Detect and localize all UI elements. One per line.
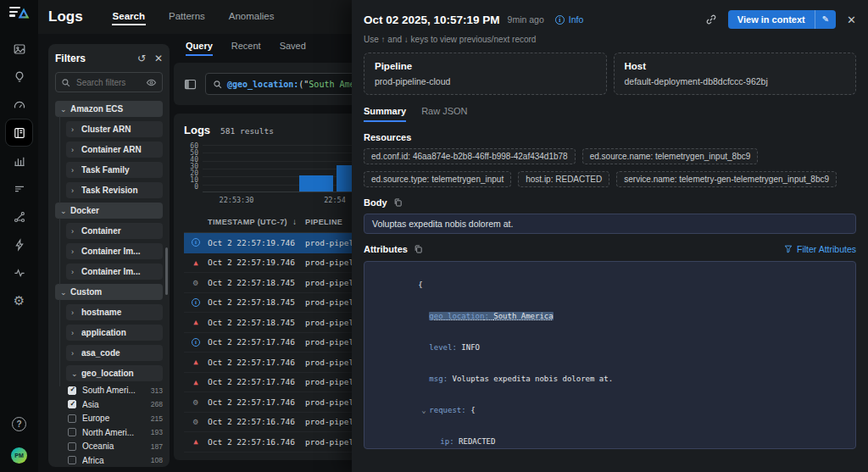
reset-filters-icon[interactable]: ↺	[137, 53, 146, 64]
filter-tree-item[interactable]: › Task Family	[66, 162, 163, 178]
help-icon[interactable]: ?	[6, 411, 32, 437]
filter-tree-item-label: Task Family	[81, 165, 158, 175]
resource-chip[interactable]: ed.source.type: telemetrygen_input	[364, 171, 511, 187]
log-level-icon	[193, 318, 198, 326]
app-logo[interactable]	[9, 7, 30, 22]
filter-tree-item[interactable]: › hostname	[66, 304, 163, 320]
filter-attributes-button[interactable]: Filter Attributes	[784, 244, 856, 254]
checkbox[interactable]	[68, 428, 76, 436]
filters-search	[55, 72, 163, 92]
close-filters-icon[interactable]: ✕	[154, 53, 163, 64]
topbar-tab[interactable]: Anomalies	[228, 8, 275, 25]
filter-option-row[interactable]: Europe 215	[68, 414, 163, 423]
filter-option-count: 193	[151, 428, 163, 436]
filter-tree-item[interactable]: › Task Revision	[66, 182, 163, 198]
x-tick-label: 22:53:30	[220, 196, 254, 204]
log-detail-panel: Oct 02 2025, 10:57:19 PM 9min ago Info V…	[352, 0, 868, 472]
rail-monitors-icon[interactable]	[6, 259, 32, 286]
rail-settings-icon[interactable]: ⚙	[6, 287, 32, 314]
query-tab[interactable]: Query	[186, 41, 213, 56]
query-tab[interactable]: Recent	[231, 41, 261, 56]
rail-events-icon[interactable]	[6, 175, 32, 202]
rail-metrics-icon[interactable]	[6, 147, 32, 174]
user-avatar[interactable]: PM	[11, 447, 27, 464]
search-icon	[61, 78, 70, 87]
sidebar-toggle-icon[interactable]	[184, 78, 197, 91]
topbar-tab[interactable]: Search	[112, 8, 146, 25]
filter-tree-item[interactable]: ⌄ Docker	[55, 203, 163, 219]
filter-tree-item[interactable]: › Container	[66, 223, 163, 239]
rail-insights-icon[interactable]	[6, 64, 32, 90]
resource-chip[interactable]: ed.conf.id: 46aa874e-b2b8-46ff-b998-42af…	[364, 148, 576, 164]
topbar-tab[interactable]: Patterns	[168, 8, 206, 25]
filter-tree-item[interactable]: ⌄ geo_location	[66, 365, 163, 381]
page-title: Logs	[48, 8, 83, 25]
detail-timestamp-title: Oct 02 2025, 10:57:19 PM	[364, 14, 500, 26]
log-timestamp: Oct 2 22:57:18.745	[208, 278, 305, 287]
filter-option-row[interactable]: Asia 268	[68, 400, 163, 409]
logo-delta-icon	[18, 8, 30, 19]
sort-desc-icon[interactable]: ↓	[292, 217, 297, 226]
filter-tree-item[interactable]: › Container Im...	[66, 264, 163, 280]
filter-tree-item[interactable]: › Container ARN	[66, 142, 163, 158]
resource-chip[interactable]: host.ip: REDACTED	[518, 171, 609, 187]
filter-tree: ⌄ Amazon ECS › Cluster ARN › Container A…	[55, 101, 163, 381]
rail-actions-icon[interactable]	[6, 231, 32, 258]
query-tab[interactable]: Saved	[280, 41, 306, 56]
filter-option-row[interactable]: Africa 108	[68, 456, 163, 465]
checkbox[interactable]	[68, 400, 76, 408]
resource-chip[interactable]: service.name: telemetry-gen-telemetrygen…	[616, 171, 837, 187]
filter-tree-item[interactable]: ⌄ Amazon ECS	[55, 101, 163, 117]
checkbox[interactable]	[68, 456, 76, 464]
rail-dashboards-icon[interactable]	[6, 92, 32, 118]
chevron-icon: ›	[71, 308, 81, 317]
copy-icon[interactable]	[393, 197, 403, 208]
detail-tab[interactable]: Raw JSON	[421, 106, 467, 122]
chevron-icon: ⌄	[60, 105, 70, 114]
filter-tree-item[interactable]: › Container Im...	[66, 243, 163, 259]
json-key: level	[429, 343, 461, 352]
filter-tree-item[interactable]: › asa_code	[66, 345, 163, 361]
attributes-json-viewer[interactable]: { geo_locationSouth America levelINFO ms…	[364, 261, 856, 449]
filter-tree-item-label: asa_code	[81, 348, 158, 358]
filter-option-row[interactable]: Oceania 187	[68, 441, 163, 451]
eye-icon[interactable]	[146, 78, 157, 87]
filters-search-input[interactable]	[75, 77, 142, 88]
meta-card-value: default-deployment-db8dcfccc-962bj	[625, 76, 846, 86]
log-level-icon	[192, 238, 200, 247]
rail-pipelines-icon[interactable]	[6, 203, 32, 230]
filter-option-label: North Ameri...	[82, 428, 147, 437]
filter-option-label: Asia	[82, 400, 147, 409]
level-badge: Info	[555, 14, 584, 25]
rail-logs-icon[interactable]	[6, 119, 32, 146]
filter-tree-item[interactable]: › application	[66, 325, 163, 341]
filters-scrollbar[interactable]	[165, 247, 168, 295]
filter-tree-item-label: Container ARN	[81, 145, 158, 154]
timestamp-column-header[interactable]: TIMESTAMP (UTC-7)	[208, 218, 287, 226]
filter-tree-item[interactable]: › Cluster ARN	[66, 121, 163, 137]
checkbox[interactable]	[68, 386, 76, 395]
detail-relative-time: 9min ago	[508, 14, 544, 25]
collapse-caret-icon[interactable]: ⌄	[421, 405, 429, 415]
copy-icon[interactable]	[414, 244, 423, 254]
view-in-context-button[interactable]: View in context	[728, 10, 815, 29]
json-key: msg	[429, 375, 452, 383]
histogram-bar[interactable]	[299, 175, 333, 192]
copy-link-icon[interactable]	[705, 14, 717, 25]
checkbox[interactable]	[68, 442, 76, 451]
json-key: request	[429, 406, 470, 414]
checkbox[interactable]	[68, 414, 76, 423]
filter-option-count: 108	[151, 456, 163, 464]
resource-chip[interactable]: ed.source.name: telemetrygen_input_8bc9	[582, 148, 759, 164]
rail-images-icon[interactable]	[6, 36, 32, 62]
histogram-y-axis: 6050403020100	[184, 145, 203, 192]
log-timestamp: Oct 2 22:57:19.746	[208, 258, 305, 267]
detail-tab[interactable]: Summary	[364, 106, 406, 122]
filter-option-row[interactable]: South Ameri... 313	[68, 386, 163, 395]
filter-tree-item[interactable]: ⌄ Custom	[55, 284, 163, 300]
filter-option-row[interactable]: North Ameri... 193	[68, 428, 163, 437]
close-panel-icon[interactable]: ✕	[847, 14, 856, 26]
edit-icon[interactable]: ✎	[815, 10, 836, 29]
pipeline-column-header[interactable]: PIPELINE	[305, 218, 342, 226]
json-line: msgVoluptas expedita nobis dolorem at.	[364, 364, 855, 395]
